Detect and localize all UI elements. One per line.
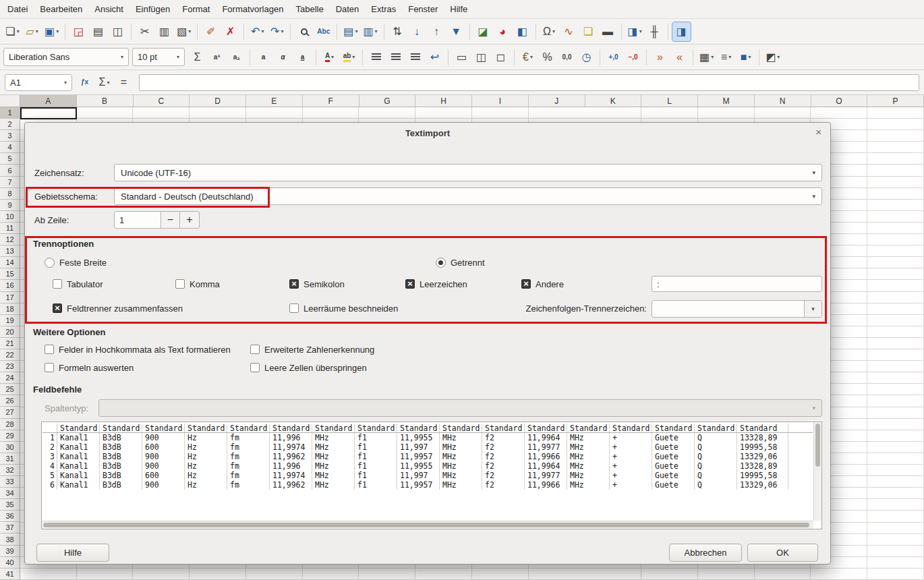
preview-cell[interactable]: Q — [695, 442, 737, 452]
row-header-8[interactable]: 8 — [0, 188, 20, 200]
preview-cell[interactable]: f1 — [355, 480, 397, 490]
preview-cell[interactable]: 11,9966 — [525, 480, 567, 490]
preview-cell[interactable]: + — [610, 433, 652, 442]
row-header-1[interactable]: 1 — [0, 107, 20, 119]
preview-cell[interactable]: Kanal1 — [57, 471, 100, 480]
preview-cell[interactable]: 11,996 — [270, 461, 312, 471]
row-header-6[interactable]: 6 — [0, 165, 20, 176]
preview-cell[interactable]: MHz — [440, 480, 482, 490]
subscript-icon[interactable]: aₐ — [227, 48, 246, 67]
preview-cell[interactable]: B3dB — [100, 433, 142, 442]
preview-cell[interactable]: Hz — [185, 461, 227, 471]
preview-cell[interactable]: B3dB — [100, 480, 142, 490]
preview-column-header[interactable]: Standard — [737, 424, 788, 432]
preview-column-header[interactable]: Standard — [355, 424, 397, 432]
preview-column-header[interactable]: Standard — [142, 424, 185, 432]
charset-combobox[interactable]: Unicode (UTF-16) ▾ — [114, 164, 822, 181]
formula-icon[interactable]: = — [115, 73, 133, 92]
preview-cell[interactable]: Guete — [652, 442, 695, 452]
column-header-a[interactable]: A — [20, 95, 77, 107]
preview-cell[interactable]: 900 — [142, 433, 185, 442]
column-header-j[interactable]: J — [529, 95, 585, 107]
preview-cell[interactable]: B3dB — [100, 471, 142, 480]
preview-cell[interactable]: Guete — [652, 461, 695, 471]
close-icon[interactable]: × — [815, 127, 821, 137]
add-decimal-icon[interactable]: +,0 — [604, 48, 623, 67]
preview-cell[interactable]: 11,997 — [397, 442, 440, 452]
preview-column-header[interactable]: Standard — [57, 424, 100, 432]
preview-cell[interactable]: Kanal1 — [57, 461, 100, 471]
split-window-icon[interactable]: ╫ — [645, 22, 664, 41]
preview-cell[interactable]: Q — [695, 480, 737, 490]
sidebar-icon[interactable]: ◨ — [672, 22, 691, 41]
preview-cell[interactable]: B3dB — [100, 442, 142, 452]
preview-cell[interactable]: 900 — [142, 452, 185, 461]
percent-format-icon[interactable]: % — [538, 48, 556, 67]
string-delimiter-combobox[interactable]: ▾ — [652, 300, 822, 318]
unmerge-cells-icon[interactable]: ◻ — [492, 48, 510, 67]
preview-cell[interactable]: MHz — [312, 442, 355, 452]
preview-cell[interactable]: 11,9957 — [397, 480, 440, 490]
merge-center-icon[interactable]: ▭ — [453, 48, 471, 67]
preview-cell[interactable]: 13328,89 — [737, 433, 788, 442]
row-header-25[interactable]: 25 — [0, 384, 20, 395]
export-pdf-icon[interactable]: ◲ — [69, 22, 88, 41]
preview-cell[interactable]: Kanal1 — [57, 480, 100, 490]
row-header-29[interactable]: 29 — [0, 430, 20, 442]
autofilter-icon[interactable]: ▼ — [447, 22, 465, 41]
preview-cell[interactable]: Guete — [652, 480, 695, 490]
menu-daten[interactable]: Daten — [330, 1, 366, 18]
preview-cell[interactable]: Guete — [652, 433, 695, 442]
preview-cell[interactable]: Q — [695, 433, 737, 442]
preview-cell[interactable]: Guete — [652, 471, 695, 480]
column-header-i[interactable]: I — [472, 95, 529, 107]
column-header-p[interactable]: P — [867, 95, 924, 107]
preview-cell[interactable]: 11,9962 — [270, 452, 312, 461]
preview-cell[interactable]: f1 — [355, 433, 397, 442]
delete-decimal-icon[interactable]: −,0 — [624, 48, 642, 67]
save-icon[interactable]: ▣▾ — [42, 22, 61, 41]
function-wizard-icon[interactable]: ƒx — [76, 73, 94, 92]
row-header-13[interactable]: 13 — [0, 245, 20, 257]
insert-chart-icon[interactable]: ◕ — [494, 22, 512, 41]
scrollbar-thumb[interactable] — [43, 523, 809, 527]
preview-cell[interactable]: + — [610, 480, 652, 490]
row-header-40[interactable]: 40 — [0, 557, 20, 569]
ok-button[interactable]: OK — [747, 544, 818, 562]
menu-format[interactable]: Format — [176, 1, 216, 18]
preview-column-header[interactable]: Standard — [567, 424, 610, 432]
preview-cell[interactable]: Hz — [185, 480, 227, 490]
row-header-11[interactable]: 11 — [0, 223, 20, 234]
row-header-27[interactable]: 27 — [0, 407, 20, 418]
preview-column-header[interactable]: Standard — [695, 424, 737, 432]
column-header-l[interactable]: L — [641, 95, 698, 107]
preview-cell[interactable]: MHz — [567, 433, 610, 442]
preview-cell[interactable]: 11,9977 — [525, 471, 567, 480]
help-button[interactable]: Hilfe — [36, 544, 109, 562]
row-header-38[interactable]: 38 — [0, 533, 20, 545]
preview-column-header[interactable]: Standard — [185, 424, 227, 432]
detect-numbers-checkbox[interactable]: Erweiterte Zahlenerkennung — [250, 344, 374, 355]
skip-empty-cells-checkbox[interactable]: Leere Zellen überspringen — [250, 362, 367, 373]
column-header-m[interactable]: M — [698, 95, 755, 107]
preview-cell[interactable]: 11,9966 — [525, 452, 567, 461]
preview-cell[interactable]: 11,997 — [397, 471, 440, 480]
preview-cell[interactable]: Hz — [185, 452, 227, 461]
preview-column-header[interactable]: Standard — [312, 424, 355, 432]
row-header-22[interactable]: 22 — [0, 349, 20, 361]
preview-table[interactable]: StandardStandardStandardStandardStandard… — [42, 424, 813, 490]
cut-icon[interactable]: ✂ — [136, 22, 154, 41]
menu-einfgen[interactable]: Einfügen — [129, 1, 176, 18]
row-header-37[interactable]: 37 — [0, 522, 20, 533]
from-row-decrement-button[interactable]: − — [161, 211, 180, 229]
preview-cell[interactable]: MHz — [312, 471, 355, 480]
menu-datei[interactable]: Datei — [1, 1, 34, 18]
borders-icon[interactable]: ▦▾ — [697, 48, 716, 67]
preview-cell[interactable]: 11,9957 — [397, 452, 440, 461]
row-header-10[interactable]: 10 — [0, 211, 20, 223]
quoted-as-text-checkbox[interactable]: Felder in Hochkommata als Text formatier… — [45, 344, 231, 355]
locale-combobox[interactable]: Standard - Deutsch (Deutschland) ▾ — [114, 187, 822, 205]
preview-cell[interactable]: 11,9964 — [525, 433, 567, 442]
preview-cell[interactable]: MHz — [312, 461, 355, 471]
italic-icon[interactable]: α — [274, 48, 292, 67]
